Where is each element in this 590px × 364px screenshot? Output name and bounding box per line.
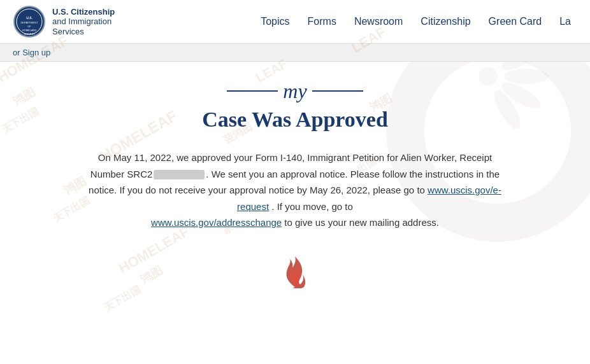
svg-text:U.S.: U.S. [26, 16, 32, 20]
page-title: Case Was Approved [85, 108, 505, 132]
dhs-seal: U.S. DEPARTMENT OF HOMELAND SECURITY [13, 5, 46, 38]
svg-text:DEPARTMENT: DEPARTMENT [20, 21, 38, 24]
bottom-icon-area [85, 256, 505, 288]
logo-line2: and Immigration [52, 17, 115, 27]
nav-newsroom[interactable]: Newsroom [354, 16, 403, 27]
deco-line-left [227, 90, 278, 92]
site-header: U.S. DEPARTMENT OF HOMELAND SECURITY U.S… [0, 0, 590, 44]
signup-link[interactable]: or Sign up [13, 48, 50, 57]
logo-line3: Services [52, 27, 115, 37]
svg-text:OF: OF [27, 25, 31, 28]
logo-area: U.S. DEPARTMENT OF HOMELAND SECURITY U.S… [13, 5, 153, 38]
main-content: my Case Was Approved On May 11, 2022, we… [72, 62, 518, 326]
logo-line1: U.S. Citizenship [52, 7, 115, 17]
nav-citizenship[interactable]: Citizenship [421, 16, 470, 27]
deco-script: my [278, 81, 312, 101]
desc-part4: to give us your new mailing address. [284, 217, 439, 228]
uscis-addresschange-link[interactable]: www.uscis.gov/addresschange [151, 217, 282, 228]
main-nav: Topics Forms Newsroom Citizenship Green … [153, 16, 577, 27]
subheader: or Sign up [0, 44, 590, 62]
decorative-header: my [85, 81, 505, 101]
logo-text: U.S. Citizenship and Immigration Service… [52, 7, 115, 37]
svg-text:HOMELAND: HOMELAND [22, 29, 37, 32]
desc-part3: . If you move, go to [271, 201, 353, 212]
deco-line-right [312, 90, 363, 92]
nav-la[interactable]: La [559, 16, 571, 27]
svg-text:SECURITY: SECURITY [24, 33, 35, 36]
nav-green-card[interactable]: Green Card [489, 16, 542, 27]
nav-topics[interactable]: Topics [261, 16, 289, 27]
main-wrapper: U.S. DEPARTMENT OF HOMELAND SECURITY U.S… [0, 0, 590, 326]
nav-forms[interactable]: Forms [308, 16, 336, 27]
case-description: On May 11, 2022, we approved your Form I… [88, 150, 502, 231]
receipt-number-redacted [154, 170, 205, 179]
flame-icon [282, 256, 308, 288]
